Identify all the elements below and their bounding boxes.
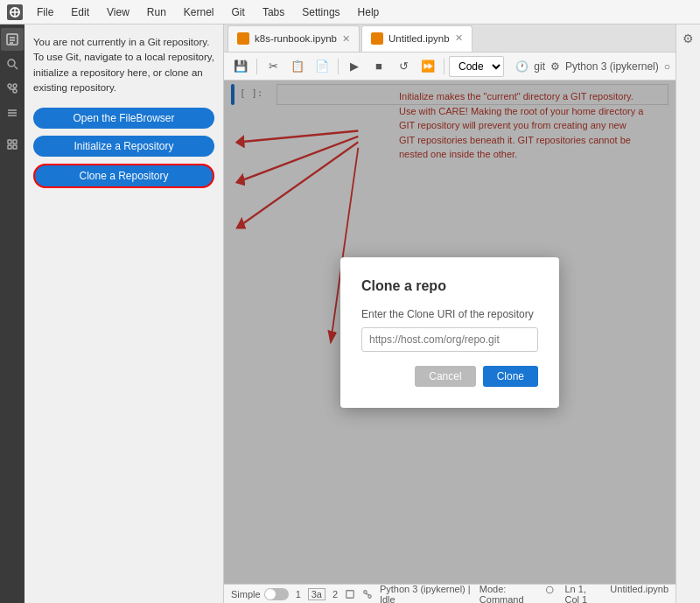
status-bar-right: Mode: Command Ln 1, Col 1 Untitled.ipynb [480, 584, 668, 604]
svg-point-9 [8, 84, 11, 88]
tab-k8s-label: k8s-runbook.ipynb [255, 33, 337, 44]
cancel-button[interactable]: Cancel [415, 366, 475, 387]
status-icon [345, 588, 355, 600]
svg-rect-20 [8, 145, 11, 149]
simple-toggle-thumb [265, 589, 276, 599]
modal-buttons: Cancel Clone [361, 366, 538, 387]
svg-point-7 [8, 60, 15, 67]
svg-line-8 [15, 67, 18, 70]
status-filename: Untitled.ipynb [610, 584, 668, 604]
svg-rect-26 [346, 590, 354, 598]
settings-icon[interactable]: ⚙ [550, 60, 560, 73]
svg-point-30 [547, 586, 553, 592]
right-icon-rail: ⚙ [676, 25, 700, 603]
initialize-repository-button[interactable]: Initialize a Repository [33, 136, 214, 157]
save-btn[interactable]: 💾 [229, 56, 252, 77]
run-btn[interactable]: ▶ [343, 56, 366, 77]
status-position: Ln 1, Col 1 [565, 584, 600, 604]
menu-file[interactable]: File [33, 4, 57, 20]
cut-btn[interactable]: ✂ [262, 56, 284, 77]
svg-rect-19 [13, 140, 17, 144]
simple-label: Simple [231, 589, 261, 599]
tab-bar: k8s-runbook.ipynb ✕ Untitled.ipynb ✕ [224, 25, 676, 53]
modal-title: Clone a repo [361, 278, 538, 294]
svg-line-29 [365, 593, 369, 595]
svg-point-27 [364, 590, 367, 592]
menu-kernel[interactable]: Kernel [180, 4, 218, 20]
svg-point-28 [368, 594, 371, 597]
menu-bar: File Edit View Run Kernel Git Tabs Setti… [0, 0, 700, 25]
cell-type-select[interactable]: Code [449, 56, 504, 77]
status-circle-icon [545, 584, 554, 596]
svg-rect-18 [8, 140, 11, 144]
menu-run[interactable]: Run [144, 4, 170, 20]
modal-label: Enter the Clone URI of the repository [361, 308, 538, 320]
notebook-icon [237, 32, 249, 45]
menu-settings[interactable]: Settings [298, 4, 343, 20]
git-label: git [534, 60, 545, 73]
notebook-area[interactable]: [ ]: Initialize makes the "current" dire… [224, 81, 676, 584]
menu-help[interactable]: Help [354, 4, 383, 20]
tab-untitled-close[interactable]: ✕ [455, 32, 463, 44]
notebook-icon-2 [371, 32, 383, 45]
status-bar: Simple 1 3a 2 Python 3 (ipykernel) | Idl… [224, 584, 676, 603]
clone-repo-modal: Clone a repo Enter the Clone URI of the … [340, 257, 559, 408]
status-count: 2 [332, 589, 338, 599]
clock-icon: 🕐 [515, 60, 528, 73]
sidebar-description: You are not currently in a Git repositor… [33, 35, 214, 95]
svg-point-11 [13, 84, 17, 88]
files-icon-btn[interactable] [1, 28, 24, 51]
main-layout: You are not currently in a Git repositor… [0, 25, 700, 603]
sep-3 [444, 59, 444, 74]
menu-git[interactable]: Git [228, 4, 248, 20]
list-icon-btn[interactable] [1, 102, 24, 124]
left-icon-rail [0, 25, 24, 603]
open-filebrowser-button[interactable]: Open the FileBrowser [33, 108, 214, 129]
tab-k8s-runbook[interactable]: k8s-runbook.ipynb ✕ [228, 25, 360, 52]
tab-untitled-label: Untitled.ipynb [388, 33, 450, 44]
paste-btn[interactable]: 📄 [311, 56, 333, 77]
stop-btn[interactable]: ■ [368, 56, 390, 77]
content-area: k8s-runbook.ipynb ✕ Untitled.ipynb ✕ 💾 ✂… [224, 25, 676, 603]
menu-tabs[interactable]: Tabs [259, 4, 288, 20]
simple-mode-toggle[interactable]: Simple [231, 588, 289, 600]
menu-edit[interactable]: Edit [67, 4, 93, 20]
toolbar-right: 🕐 git ⚙ Python 3 (ipykernel) ○ [515, 60, 670, 73]
right-gear-icon[interactable]: ⚙ [678, 28, 699, 49]
extensions-icon-btn[interactable] [1, 133, 24, 156]
status-line-num: 1 [296, 589, 301, 599]
clone-button[interactable]: Clone [483, 366, 538, 387]
notebook-wrapper: [ ]: Initialize makes the "current" dire… [224, 81, 676, 584]
clone-uri-input[interactable] [361, 327, 538, 352]
git-branch-icon [362, 588, 373, 600]
clone-repository-button[interactable]: Clone a Repository [33, 164, 214, 188]
status-python-idle: Python 3 (ipykernel) | Idle [380, 584, 472, 604]
git-sidebar: You are not currently in a Git repositor… [24, 25, 224, 603]
python-kernel-label: Python 3 (ipykernel) [565, 60, 659, 73]
sep-2 [338, 59, 339, 74]
status-mode: Mode: Command [480, 584, 535, 604]
sep-1 [256, 59, 257, 74]
status-section: 3a [308, 588, 326, 600]
modal-overlay: Clone a repo Enter the Clone URI of the … [224, 81, 676, 584]
menu-view[interactable]: View [103, 4, 133, 20]
restart-btn[interactable]: ↺ [392, 56, 415, 77]
git-icon-btn[interactable] [1, 77, 24, 100]
svg-rect-21 [13, 145, 17, 149]
tab-untitled[interactable]: Untitled.ipynb ✕ [361, 25, 472, 52]
tab-k8s-close[interactable]: ✕ [342, 33, 350, 45]
kernel-status-circle: ○ [664, 60, 670, 73]
toolbar: 💾 ✂ 📋 📄 ▶ ■ ↺ ⏩ Code 🕐 git ⚙ Python 3 (i… [224, 53, 676, 81]
search-icon-btn[interactable] [1, 53, 24, 75]
app-logo [7, 4, 23, 20]
fast-forward-btn[interactable]: ⏩ [416, 56, 439, 77]
simple-toggle-track[interactable] [264, 588, 289, 600]
copy-btn[interactable]: 📋 [286, 56, 309, 77]
